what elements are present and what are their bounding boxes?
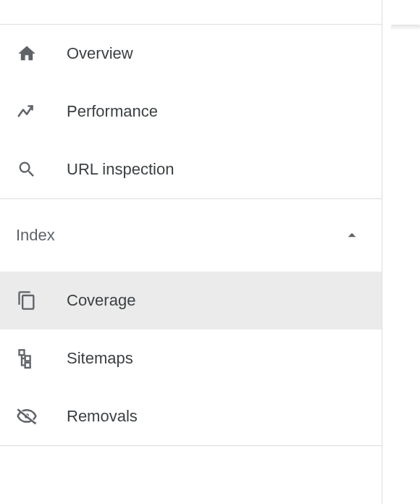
svg-rect-0 (20, 350, 25, 355)
sidebar-item-overview[interactable]: Overview (0, 25, 382, 83)
sidebar-item-url-inspection[interactable]: URL inspection (0, 140, 382, 198)
svg-rect-2 (25, 363, 30, 368)
sitemap-icon (16, 348, 38, 369)
section-divider (0, 445, 382, 446)
home-icon (16, 43, 38, 64)
page-shadow (391, 25, 420, 30)
hide-icon (16, 406, 38, 427)
sidebar-item-label: Performance (67, 102, 158, 121)
sidebar-top-section: Overview Performance URL inspection (0, 25, 382, 198)
sidebar-item-label: Overview (67, 44, 133, 63)
sidebar-item-removals[interactable]: Removals (0, 387, 382, 445)
sidebar-item-label: Sitemaps (67, 349, 133, 368)
section-header-index[interactable]: Index (0, 199, 382, 272)
sidebar-item-label: Removals (67, 407, 138, 426)
sidebar-item-label: URL inspection (67, 160, 174, 179)
chevron-up-icon (341, 224, 363, 246)
section-title: Index (16, 226, 341, 245)
sidebar-section-index-items: Coverage Sitemaps Removals (0, 272, 382, 445)
sidebar-item-sitemaps[interactable]: Sitemaps (0, 329, 382, 387)
sidebar-item-coverage[interactable]: Coverage (0, 272, 382, 329)
copy-icon (16, 290, 38, 311)
sidebar: Overview Performance URL inspection Inde… (0, 0, 382, 504)
sidebar-item-label: Coverage (67, 291, 135, 310)
top-spacer (0, 0, 382, 25)
svg-rect-1 (25, 356, 30, 361)
sidebar-item-performance[interactable]: Performance (0, 83, 382, 140)
trend-icon (16, 101, 38, 122)
search-icon (16, 159, 38, 180)
